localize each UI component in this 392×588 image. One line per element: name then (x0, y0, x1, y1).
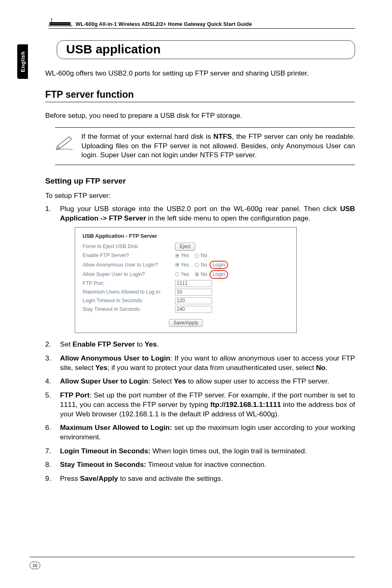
s4-b2: Yes (174, 377, 186, 385)
router-icon (48, 18, 73, 27)
max-users-input[interactable]: 10 (175, 289, 212, 296)
s5-b1: FTP Port (60, 391, 90, 399)
ss-title: USB Application - FTP Server (83, 232, 289, 239)
s3-b3: No (316, 363, 325, 372)
step-4: Allow Super User to Login: Select Yes to… (45, 377, 355, 386)
enable-no-label: No (201, 252, 207, 259)
steps-list: Plug your USB storage into the USB2.0 po… (45, 204, 355, 483)
save-apply-button[interactable]: Save/Apply (169, 319, 203, 327)
super-yes-label: Yes (181, 271, 189, 278)
s2-mid: to (135, 340, 145, 348)
s9-post: to save and activate the settings. (118, 474, 223, 482)
intro-text: WL-600g offers two USB2.0 ports for sett… (45, 69, 355, 78)
page-footer: 16 (30, 557, 355, 569)
super-no-label: No (201, 271, 207, 278)
ss-super-label: Allow Super User to Login? (83, 271, 175, 278)
s3-b2: Yes (95, 363, 108, 372)
step-2: Set Enable FTP Server to Yes. (45, 340, 355, 349)
note-pre: If the format of your external hard disk… (81, 132, 213, 140)
step-8: Stay Timeout in Seconds: Timeout value f… (45, 460, 355, 469)
svg-point-1 (51, 19, 52, 20)
s2-post: . (157, 340, 159, 348)
ss-eject-label: Force to Eject USB Disk: (83, 243, 175, 250)
step-3: Allow Anonymous User to Login: If you wa… (45, 354, 355, 372)
super-no-radio[interactable] (195, 272, 199, 276)
enable-yes-radio[interactable] (175, 254, 179, 258)
s2-b2: Yes (145, 340, 157, 348)
ftp-port-input[interactable]: 1111 (175, 280, 212, 287)
s3-b1: Allow Anonymous User to Login (60, 354, 170, 362)
step-6: Maximum User Allowed to Login: set up th… (45, 423, 355, 441)
sub-heading: Setting up FTP server (45, 177, 355, 186)
s4-m1: : Select (148, 377, 174, 385)
super-yes-radio[interactable] (175, 272, 179, 276)
login-highlight-2: Login (210, 270, 228, 279)
header-doc-title: WL-600g All-in-1 Wireless ADSL2/2+ Home … (76, 21, 252, 27)
step1-pre: Plug your USB storage into the USB2.0 po… (60, 204, 340, 213)
anon-no-radio[interactable] (195, 263, 199, 267)
language-tab-label: English (20, 51, 26, 72)
ftp-screenshot: USB Application - FTP Server Force to Ej… (75, 227, 297, 333)
s4-post: to allow super user to access the FTP se… (186, 377, 329, 385)
to-setup-text: To setup FTP server: (45, 191, 355, 200)
s3-post: . (325, 363, 327, 372)
note-text: If the format of your external hard disk… (81, 132, 355, 160)
section-heading: FTP server function (45, 89, 355, 102)
ss-enable-label: Enable FTP Server? (83, 252, 175, 259)
s9-b1: Save/Apply (80, 474, 118, 482)
ss-port-label: FTP Port: (83, 280, 175, 287)
note-bold: NTFS (213, 132, 232, 140)
ss-stay-to-label: Stay Timeout in Seconds: (83, 306, 175, 313)
svg-rect-4 (48, 25, 72, 26)
page-number: 16 (30, 562, 40, 569)
anon-yes-label: Yes (181, 262, 189, 269)
note-block: If the format of your external hard disk… (55, 127, 355, 165)
login-highlight-1: Login (210, 261, 228, 269)
s9-pre: Press (60, 474, 80, 482)
step-9: Press Save/Apply to save and activate th… (45, 474, 355, 483)
language-tab: English (17, 44, 28, 79)
enable-no-radio[interactable] (195, 254, 199, 258)
s7-post: When login times out, the login trail is… (150, 447, 307, 455)
s4-b1: Allow Super User to Login (60, 377, 148, 385)
note-icon (55, 132, 74, 160)
step-5: FTP Port: Set up the port number of the … (45, 390, 355, 418)
eject-button[interactable]: Eject (175, 243, 195, 251)
s7-b1: Login Timeout in Seconds: (60, 447, 150, 455)
s8-b1: Stay Timeout in Seconds: (60, 460, 146, 469)
step1-post: in the left side menu to open the config… (146, 214, 310, 222)
stay-timeout-input[interactable]: 240 (175, 306, 212, 313)
s2-b1: Enable FTP Server (73, 340, 135, 348)
s6-b1: Maximum User Allowed to Login: (60, 423, 172, 432)
before-setup-text: Before setup, you need to prepare a USB … (45, 111, 355, 120)
page-title: USB application (66, 42, 346, 56)
page-header: WL-600g All-in-1 Wireless ADSL2/2+ Home … (48, 18, 355, 29)
step-1: Plug your USB storage into the USB2.0 po… (45, 204, 355, 333)
ss-login-to-label: Login Timeout in Seconds: (83, 297, 175, 304)
login-timeout-input[interactable]: 120 (175, 297, 212, 304)
ss-anon-label: Allow Anonymous User to Login? (83, 262, 175, 269)
title-box: USB application (57, 40, 355, 59)
step-7: Login Timeout in Seconds: When login tim… (45, 446, 355, 456)
enable-yes-label: Yes (181, 252, 189, 259)
s3-m2: ; if you want to protect your data from … (108, 363, 316, 372)
s8-post: Timeout value for inactive connection. (146, 460, 266, 469)
anon-no-label: No (201, 262, 207, 269)
anon-yes-radio[interactable] (175, 263, 179, 267)
ss-max-label: Maximum Users Allowed to Log in: (83, 289, 175, 296)
s5-b2: ftp://192.168.1.1:1111 (210, 400, 281, 409)
s2-pre: Set (60, 340, 73, 348)
